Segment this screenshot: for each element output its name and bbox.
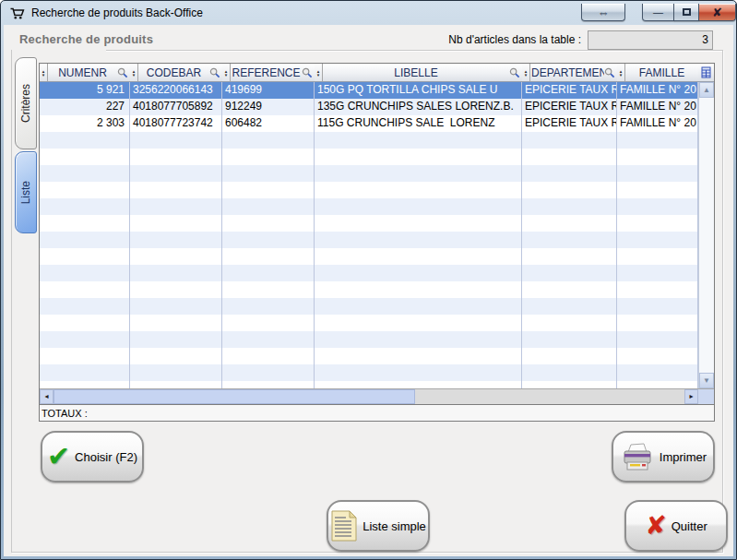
table-row-empty[interactable] xyxy=(40,298,698,315)
table-menu-icon[interactable] xyxy=(698,64,714,81)
sort-icon[interactable]: ▴▾ xyxy=(522,64,530,81)
tab-criteres[interactable]: Critères xyxy=(15,57,37,149)
table-row-empty[interactable] xyxy=(40,348,698,364)
print-button[interactable]: Imprimer xyxy=(612,431,715,483)
table-row[interactable]: 227 4018077705892 912249 135G CRUNCHIPS … xyxy=(40,99,698,115)
sort-icon[interactable]: ▴▾ xyxy=(40,64,48,81)
check-icon: ✔ xyxy=(47,443,70,471)
scroll-left-button[interactable]: ◂ xyxy=(40,389,53,404)
column-title: NUMENR xyxy=(48,66,117,79)
product-table: ▴▾ NUMENR ▴▾ CODEBAR ▴▾ REFERENCE xyxy=(39,63,715,422)
minimize-button[interactable]: — xyxy=(642,4,674,21)
totals-label: TOTAUX : xyxy=(42,408,88,419)
table-header-row: ▴▾ NUMENR ▴▾ CODEBAR ▴▾ REFERENCE xyxy=(40,64,714,82)
column-header-libelle[interactable]: ▴▾ LIBELLE xyxy=(315,64,522,81)
restore-button[interactable]: ⇔ xyxy=(581,4,625,21)
table-row[interactable]: 2 303 4018077723742 606482 115G CRUNCHIP… xyxy=(40,115,698,132)
column-header-reference[interactable]: ▴▾ REFERENCE xyxy=(222,64,315,81)
table-row-selected[interactable]: 5 921 3256220066143 419699 150G PQ TORTI… xyxy=(40,82,698,99)
table-row-empty[interactable] xyxy=(40,182,698,198)
search-icon[interactable] xyxy=(302,67,313,78)
table-row-empty[interactable] xyxy=(40,132,698,149)
sort-icon[interactable]: ▴▾ xyxy=(222,64,231,81)
scroll-down-button[interactable]: ▼ xyxy=(699,373,714,388)
table-row-empty[interactable] xyxy=(40,281,698,298)
column-title: DEPARTEMENT xyxy=(530,66,604,79)
vertical-scroll-track[interactable] xyxy=(699,98,714,373)
table-row-empty[interactable] xyxy=(40,265,698,281)
swap-arrows-icon: ⇔ xyxy=(598,6,610,18)
close-button[interactable]: ✘ xyxy=(699,4,736,21)
scroll-up-icon: ▲ xyxy=(703,87,710,94)
horizontal-scroll-track[interactable] xyxy=(415,389,684,404)
table-row-empty[interactable] xyxy=(40,315,698,331)
choose-button-label: Choisir (F2) xyxy=(75,450,137,464)
table-row-empty[interactable] xyxy=(40,232,698,248)
horizontal-scrollbar[interactable]: ◂ ▸ xyxy=(40,388,714,404)
groupbox-top-line xyxy=(106,50,722,51)
scroll-down-icon: ▼ xyxy=(703,377,710,385)
close-icon: ✘ xyxy=(712,6,722,18)
vertical-scrollbar[interactable]: ▲ ▼ xyxy=(698,82,714,388)
horizontal-scroll-thumb[interactable] xyxy=(53,389,415,404)
column-header-departement[interactable]: ▴▾ DEPARTEMENT xyxy=(522,64,617,81)
minimize-icon: — xyxy=(653,7,663,18)
search-icon[interactable] xyxy=(209,67,220,78)
count-label: Nb d'articles dans la table : xyxy=(382,33,581,46)
column-title: LIBELLE xyxy=(323,66,509,79)
table-row-empty[interactable] xyxy=(40,248,698,265)
search-icon[interactable] xyxy=(509,67,520,78)
column-header-numenr[interactable]: ▴▾ NUMENR xyxy=(40,64,130,81)
table-row-empty[interactable] xyxy=(40,331,698,348)
table-row-empty[interactable] xyxy=(40,149,698,165)
scrollbar-corner xyxy=(698,389,714,404)
simple-list-button[interactable]: Liste simple xyxy=(327,500,430,552)
document-icon xyxy=(330,510,358,542)
printer-icon xyxy=(620,442,655,471)
red-cross-icon: ✘ xyxy=(645,513,666,539)
sort-icon[interactable]: ▴▾ xyxy=(315,64,323,81)
app-window: Recherche de produits Back-Office ⇔ — ✘ … xyxy=(0,0,737,560)
cart-icon xyxy=(9,6,26,20)
column-title: REFERENCE xyxy=(231,66,302,79)
scroll-up-button[interactable]: ▲ xyxy=(699,82,714,98)
tab-liste[interactable]: Liste xyxy=(15,151,37,233)
choose-button[interactable]: ✔ Choisir (F2) xyxy=(41,431,144,483)
window-title: Recherche de produits Back-Office xyxy=(31,6,581,19)
table-body: 5 921 3256220066143 419699 150G PQ TORTI… xyxy=(40,82,714,388)
maximize-icon xyxy=(683,8,691,16)
scroll-right-button[interactable]: ▸ xyxy=(684,389,698,404)
table-row-empty[interactable] xyxy=(40,215,698,232)
search-icon[interactable] xyxy=(604,67,615,78)
scroll-left-icon: ◂ xyxy=(44,393,48,400)
table-row-empty[interactable] xyxy=(40,165,698,182)
print-button-label: Imprimer xyxy=(660,450,707,464)
scroll-right-icon: ▸ xyxy=(689,393,693,400)
sort-icon[interactable]: ▴▾ xyxy=(617,64,625,81)
grid-rows: 5 921 3256220066143 419699 150G PQ TORTI… xyxy=(40,82,698,388)
quit-button-label: Quitter xyxy=(672,519,707,533)
table-row-empty[interactable] xyxy=(40,364,698,381)
column-title: FAMILLE xyxy=(625,66,698,79)
maximize-button[interactable] xyxy=(674,4,699,21)
column-title: CODEBAR xyxy=(138,66,209,79)
client-area: Recherche de produits Nb d'articles dans… xyxy=(4,25,733,556)
simple-list-button-label: Liste simple xyxy=(363,519,426,533)
search-icon[interactable] xyxy=(117,67,128,78)
column-header-codebar[interactable]: ▴▾ CODEBAR xyxy=(130,64,222,81)
totals-row: TOTAUX : xyxy=(40,404,714,421)
tab-liste-label: Liste xyxy=(19,181,32,204)
column-header-famille[interactable]: ▴▾ FAMILLE xyxy=(617,64,698,81)
page-title: Recherche de produits xyxy=(19,32,153,46)
table-row-empty[interactable] xyxy=(40,198,698,215)
table-row-empty[interactable] xyxy=(40,381,698,388)
count-field: 3 xyxy=(588,30,713,50)
tab-criteres-label: Critères xyxy=(19,84,32,123)
titlebar[interactable]: Recherche de produits Back-Office ⇔ — ✘ xyxy=(1,1,736,25)
quit-button[interactable]: ✘ Quitter xyxy=(624,500,728,552)
sort-icon[interactable]: ▴▾ xyxy=(130,64,138,81)
